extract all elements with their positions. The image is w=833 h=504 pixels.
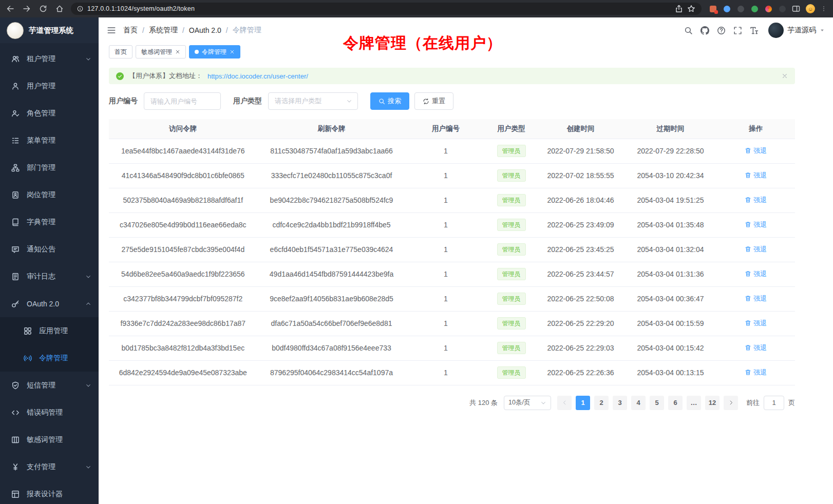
extension-icon[interactable]: [764, 5, 772, 13]
sidebar-item-report[interactable]: 报表设计器: [0, 480, 99, 504]
user-menu[interactable]: 芋道源码: [768, 23, 825, 38]
sidebar-item-error-code[interactable]: 错误码管理: [0, 399, 99, 426]
browser-profile-avatar[interactable]: ☺: [806, 4, 815, 13]
browser-address-bar[interactable]: 127.0.0.1:1024/system/oauth2/token: [71, 3, 702, 15]
user-type-cell: 管理员: [485, 188, 537, 212]
sidebar-item-notice[interactable]: 通知公告: [0, 236, 99, 263]
github-icon[interactable]: [701, 26, 709, 35]
share-icon[interactable]: [675, 5, 683, 13]
sidebar-item-user[interactable]: 用户管理: [0, 72, 99, 100]
help-icon[interactable]: [717, 26, 726, 35]
extension-icon[interactable]: [736, 5, 745, 13]
sidebar-item-dept[interactable]: 部门管理: [0, 154, 99, 181]
sidebar-item-oauth[interactable]: OAuth 2.0: [0, 290, 99, 317]
browser-menu-icon[interactable]: [821, 6, 827, 12]
access-token-cell: c347026e805e4d99b0d116eae66eda8c: [109, 212, 257, 237]
extension-glyph: [751, 6, 758, 12]
user-type-select[interactable]: 请选择用户类型: [268, 92, 358, 110]
refresh-token-cell: 49d1aa46d1454fbd87591444423be9fa: [257, 262, 406, 286]
page-button-4[interactable]: 4: [631, 396, 646, 410]
page-button-2[interactable]: 2: [594, 396, 609, 410]
created-at-cell: 2022-06-25 22:29:20: [537, 311, 624, 336]
browser-forward-icon[interactable]: [23, 5, 31, 13]
force-logout-button[interactable]: 强退: [745, 343, 767, 353]
breadcrumb-item[interactable]: OAuth 2.0: [189, 26, 221, 34]
page-ellipsis[interactable]: …: [687, 396, 701, 410]
user-type-cell: 管理员: [485, 286, 537, 311]
action-cell: 强退: [717, 360, 795, 385]
fullscreen-icon[interactable]: [733, 26, 742, 35]
extension-icon[interactable]: [750, 5, 759, 13]
alert-doc-link[interactable]: https://doc.iocoder.cn/user-center/: [207, 72, 308, 80]
tab-label: 令牌管理: [202, 48, 226, 56]
browser-home-icon[interactable]: [55, 5, 64, 13]
bookmark-star-icon[interactable]: [687, 5, 695, 13]
sidebar-item-audit-log[interactable]: 审计日志: [0, 263, 99, 290]
page-button-3[interactable]: 3: [613, 396, 627, 410]
reset-button[interactable]: 重置: [414, 92, 453, 110]
force-logout-button[interactable]: 强退: [745, 245, 767, 254]
next-page-button[interactable]: [724, 396, 738, 410]
user-id-input[interactable]: [144, 92, 221, 110]
page-button-1[interactable]: 1: [576, 396, 590, 410]
extension-icon[interactable]: [709, 5, 717, 13]
font-size-icon[interactable]: [750, 26, 759, 35]
table-row: f9336e7c7dd242a283ee98dc86b17a87dfa6c71a…: [109, 311, 795, 336]
force-logout-button[interactable]: 强退: [745, 171, 767, 180]
table-row: 275e5de9151045fe87cbdc395e004f4de6cfd40e…: [109, 237, 795, 262]
app-logo[interactable]: 芋道管理系统: [0, 17, 99, 43]
page-info-icon[interactable]: [77, 6, 83, 12]
prev-page-button[interactable]: [557, 396, 572, 410]
code-icon: [11, 409, 20, 417]
sidebar-item-oauth-app[interactable]: 应用管理: [0, 317, 99, 344]
refresh-token-cell: e6cfd40eb1f54571a31e775e039c4624: [257, 237, 406, 262]
user-type-tag: 管理员: [497, 169, 526, 182]
chevron-down-icon: [85, 464, 91, 470]
expires-at-cell: 2054-03-04 01:35:48: [624, 212, 716, 237]
sidebar-item-sms[interactable]: 短信管理: [0, 372, 99, 399]
page-button-6[interactable]: 6: [668, 396, 683, 410]
alert-close-icon[interactable]: [782, 73, 788, 79]
hamburger-icon[interactable]: [107, 26, 116, 35]
force-logout-button[interactable]: 强退: [745, 368, 767, 377]
search-icon[interactable]: [684, 26, 693, 35]
breadcrumb-item[interactable]: 首页: [123, 26, 138, 35]
page-button-5[interactable]: 5: [650, 396, 664, 410]
force-logout-button[interactable]: 强退: [745, 196, 767, 205]
jump-page-input[interactable]: [764, 396, 784, 410]
force-logout-button[interactable]: 强退: [745, 220, 767, 229]
sidebar-item-dict[interactable]: 字典管理: [0, 208, 99, 236]
app-grid-icon: [24, 327, 32, 335]
force-logout-button[interactable]: 强退: [745, 146, 767, 156]
tab-sensitive-word[interactable]: 敏感词管理: [136, 45, 186, 59]
columns-icon: [11, 436, 20, 444]
tab-token[interactable]: 令牌管理: [189, 45, 240, 59]
split-view-icon[interactable]: [792, 5, 800, 13]
tab-home[interactable]: 首页: [109, 45, 132, 59]
sidebar-item-oauth-token[interactable]: 令牌管理: [0, 344, 99, 372]
sidebar-item-sensitive-word[interactable]: 敏感词管理: [0, 426, 99, 453]
sidebar-item-pay[interactable]: 支付管理: [0, 453, 99, 480]
search-button[interactable]: 搜索: [370, 92, 409, 110]
book-icon: [11, 218, 20, 226]
sidebar-item-label: 错误码管理: [27, 408, 63, 417]
sidebar-item-role[interactable]: 角色管理: [0, 100, 99, 127]
breadcrumb-item[interactable]: 系统管理: [149, 26, 178, 35]
sidebar-item-menu[interactable]: 菜单管理: [0, 127, 99, 154]
breadcrumb-separator: /: [182, 26, 184, 34]
force-logout-button[interactable]: 强退: [745, 294, 767, 303]
force-logout-label: 强退: [753, 220, 767, 229]
user-id-cell: 1: [406, 311, 485, 336]
access-token-cell: 41c41346a548490f9dc8b01c6bfe0865: [109, 163, 257, 188]
extension-icon[interactable]: [778, 5, 786, 13]
force-logout-button[interactable]: 强退: [745, 319, 767, 328]
page-button-12[interactable]: 12: [705, 396, 720, 410]
breadcrumb-separator: /: [142, 26, 144, 34]
sidebar-item-tenant[interactable]: 租户管理: [0, 45, 99, 72]
sidebar-item-post[interactable]: 岗位管理: [0, 181, 99, 208]
browser-reload-icon[interactable]: [39, 5, 47, 13]
force-logout-button[interactable]: 强退: [745, 269, 767, 279]
page-size-select[interactable]: 10条/页: [504, 396, 551, 410]
browser-back-icon[interactable]: [6, 5, 14, 13]
extension-icon[interactable]: [723, 5, 731, 13]
